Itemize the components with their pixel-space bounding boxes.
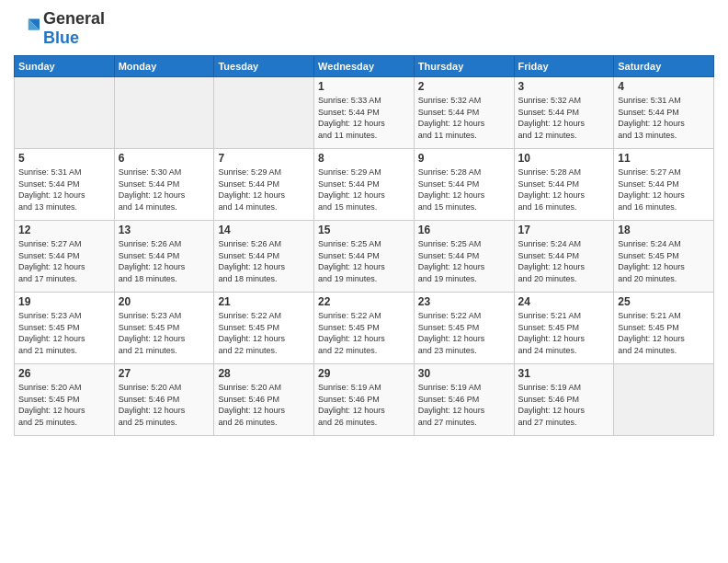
day-number: 28	[218, 367, 310, 380]
day-info: Sunrise: 5:21 AMSunset: 5:45 PMDaylight:…	[618, 310, 710, 356]
day-info: Sunrise: 5:32 AMSunset: 5:44 PMDaylight:…	[518, 95, 610, 141]
day-info: Sunrise: 5:20 AMSunset: 5:46 PMDaylight:…	[119, 382, 210, 428]
calendar-header: SundayMondayTuesdayWednesdayThursdayFrid…	[15, 56, 714, 77]
day-info: Sunrise: 5:19 AMSunset: 5:46 PMDaylight:…	[318, 382, 410, 428]
calendar-cell: 1Sunrise: 5:33 AMSunset: 5:44 PMDaylight…	[314, 77, 415, 149]
day-info: Sunrise: 5:22 AMSunset: 5:45 PMDaylight:…	[318, 310, 410, 356]
day-number: 6	[119, 152, 210, 165]
day-number: 8	[318, 152, 410, 165]
day-number: 9	[418, 152, 510, 165]
day-number: 10	[518, 152, 610, 165]
day-info: Sunrise: 5:33 AMSunset: 5:44 PMDaylight:…	[318, 95, 410, 141]
calendar-cell: 15Sunrise: 5:25 AMSunset: 5:44 PMDayligh…	[314, 221, 415, 293]
day-info: Sunrise: 5:22 AMSunset: 5:45 PMDaylight:…	[218, 310, 310, 356]
calendar-cell	[614, 364, 714, 436]
calendar-cell: 6Sunrise: 5:30 AMSunset: 5:44 PMDaylight…	[114, 149, 214, 221]
day-number: 27	[119, 367, 210, 380]
calendar-cell: 26Sunrise: 5:20 AMSunset: 5:45 PMDayligh…	[15, 364, 115, 436]
day-info: Sunrise: 5:28 AMSunset: 5:44 PMDaylight:…	[518, 167, 610, 213]
weekday-header: Sunday	[15, 56, 115, 77]
day-number: 26	[18, 367, 110, 380]
calendar-cell: 28Sunrise: 5:20 AMSunset: 5:46 PMDayligh…	[214, 364, 314, 436]
calendar-cell: 25Sunrise: 5:21 AMSunset: 5:45 PMDayligh…	[614, 293, 714, 364]
day-number: 1	[318, 80, 410, 93]
weekday-header: Thursday	[414, 56, 514, 77]
day-number: 3	[518, 80, 610, 93]
logo-icon	[14, 16, 40, 41]
day-info: Sunrise: 5:24 AMSunset: 5:45 PMDaylight:…	[618, 238, 710, 284]
day-info: Sunrise: 5:19 AMSunset: 5:46 PMDaylight:…	[518, 382, 610, 428]
day-info: Sunrise: 5:27 AMSunset: 5:44 PMDaylight:…	[618, 167, 710, 213]
calendar-cell: 10Sunrise: 5:28 AMSunset: 5:44 PMDayligh…	[514, 149, 614, 221]
day-info: Sunrise: 5:26 AMSunset: 5:44 PMDaylight:…	[119, 238, 210, 284]
day-info: Sunrise: 5:20 AMSunset: 5:45 PMDaylight:…	[18, 382, 110, 428]
day-info: Sunrise: 5:25 AMSunset: 5:44 PMDaylight:…	[318, 238, 410, 284]
day-number: 17	[518, 224, 610, 236]
day-info: Sunrise: 5:22 AMSunset: 5:45 PMDaylight:…	[418, 310, 510, 356]
header: General Blue	[14, 9, 714, 48]
day-number: 11	[618, 152, 710, 165]
day-number: 19	[18, 295, 110, 308]
calendar-cell: 5Sunrise: 5:31 AMSunset: 5:44 PMDaylight…	[15, 149, 115, 221]
day-info: Sunrise: 5:25 AMSunset: 5:44 PMDaylight:…	[418, 238, 510, 284]
calendar-cell: 27Sunrise: 5:20 AMSunset: 5:46 PMDayligh…	[114, 364, 214, 436]
calendar-cell: 2Sunrise: 5:32 AMSunset: 5:44 PMDaylight…	[414, 77, 514, 149]
calendar-cell: 23Sunrise: 5:22 AMSunset: 5:45 PMDayligh…	[414, 293, 514, 364]
day-info: Sunrise: 5:31 AMSunset: 5:44 PMDaylight:…	[18, 167, 110, 213]
day-info: Sunrise: 5:23 AMSunset: 5:45 PMDaylight:…	[119, 310, 210, 356]
calendar-cell: 17Sunrise: 5:24 AMSunset: 5:44 PMDayligh…	[514, 221, 614, 293]
weekday-header: Saturday	[614, 56, 714, 77]
calendar-cell	[15, 77, 115, 149]
calendar-table: SundayMondayTuesdayWednesdayThursdayFrid…	[14, 55, 714, 436]
calendar-cell	[214, 77, 314, 149]
calendar-cell: 30Sunrise: 5:19 AMSunset: 5:46 PMDayligh…	[414, 364, 514, 436]
calendar-cell: 8Sunrise: 5:29 AMSunset: 5:44 PMDaylight…	[314, 149, 415, 221]
weekday-header: Friday	[514, 56, 614, 77]
calendar-cell: 22Sunrise: 5:22 AMSunset: 5:45 PMDayligh…	[314, 293, 415, 364]
calendar-week-row: 12Sunrise: 5:27 AMSunset: 5:44 PMDayligh…	[15, 221, 714, 293]
day-number: 5	[18, 152, 110, 165]
calendar-week-row: 1Sunrise: 5:33 AMSunset: 5:44 PMDaylight…	[15, 77, 714, 149]
day-number: 24	[518, 295, 610, 308]
day-info: Sunrise: 5:29 AMSunset: 5:44 PMDaylight:…	[218, 167, 310, 213]
day-number: 30	[418, 367, 510, 380]
day-number: 14	[218, 224, 310, 236]
logo: General Blue	[14, 9, 105, 48]
day-info: Sunrise: 5:29 AMSunset: 5:44 PMDaylight:…	[318, 167, 410, 213]
day-info: Sunrise: 5:23 AMSunset: 5:45 PMDaylight:…	[18, 310, 110, 356]
day-number: 16	[418, 224, 510, 236]
calendar-cell	[114, 77, 214, 149]
calendar-cell: 13Sunrise: 5:26 AMSunset: 5:44 PMDayligh…	[114, 221, 214, 293]
day-number: 7	[218, 152, 310, 165]
day-number: 18	[618, 224, 710, 236]
day-number: 23	[418, 295, 510, 308]
calendar-cell: 24Sunrise: 5:21 AMSunset: 5:45 PMDayligh…	[514, 293, 614, 364]
day-number: 22	[318, 295, 410, 308]
day-info: Sunrise: 5:19 AMSunset: 5:46 PMDaylight:…	[418, 382, 510, 428]
calendar-cell: 4Sunrise: 5:31 AMSunset: 5:44 PMDaylight…	[614, 77, 714, 149]
weekday-header: Monday	[114, 56, 214, 77]
day-info: Sunrise: 5:24 AMSunset: 5:44 PMDaylight:…	[518, 238, 610, 284]
calendar-cell: 16Sunrise: 5:25 AMSunset: 5:44 PMDayligh…	[414, 221, 514, 293]
day-info: Sunrise: 5:28 AMSunset: 5:44 PMDaylight:…	[418, 167, 510, 213]
day-number: 31	[518, 367, 610, 380]
day-number: 2	[418, 80, 510, 93]
calendar-cell: 20Sunrise: 5:23 AMSunset: 5:45 PMDayligh…	[114, 293, 214, 364]
day-info: Sunrise: 5:31 AMSunset: 5:44 PMDaylight:…	[618, 95, 710, 141]
day-info: Sunrise: 5:26 AMSunset: 5:44 PMDaylight:…	[218, 238, 310, 284]
day-number: 15	[318, 224, 410, 236]
calendar-cell: 19Sunrise: 5:23 AMSunset: 5:45 PMDayligh…	[15, 293, 115, 364]
page: General Blue SundayMondayTuesdayWednesda…	[0, 0, 728, 563]
day-number: 4	[618, 80, 710, 93]
day-info: Sunrise: 5:21 AMSunset: 5:45 PMDaylight:…	[518, 310, 610, 356]
day-number: 29	[318, 367, 410, 380]
calendar-cell: 3Sunrise: 5:32 AMSunset: 5:44 PMDaylight…	[514, 77, 614, 149]
calendar-week-row: 26Sunrise: 5:20 AMSunset: 5:45 PMDayligh…	[15, 364, 714, 436]
calendar-cell: 21Sunrise: 5:22 AMSunset: 5:45 PMDayligh…	[214, 293, 314, 364]
day-info: Sunrise: 5:32 AMSunset: 5:44 PMDaylight:…	[418, 95, 510, 141]
weekday-header: Tuesday	[214, 56, 314, 77]
calendar-cell: 18Sunrise: 5:24 AMSunset: 5:45 PMDayligh…	[614, 221, 714, 293]
day-number: 21	[218, 295, 310, 308]
logo-text: General Blue	[43, 9, 105, 48]
day-number: 12	[18, 224, 110, 236]
